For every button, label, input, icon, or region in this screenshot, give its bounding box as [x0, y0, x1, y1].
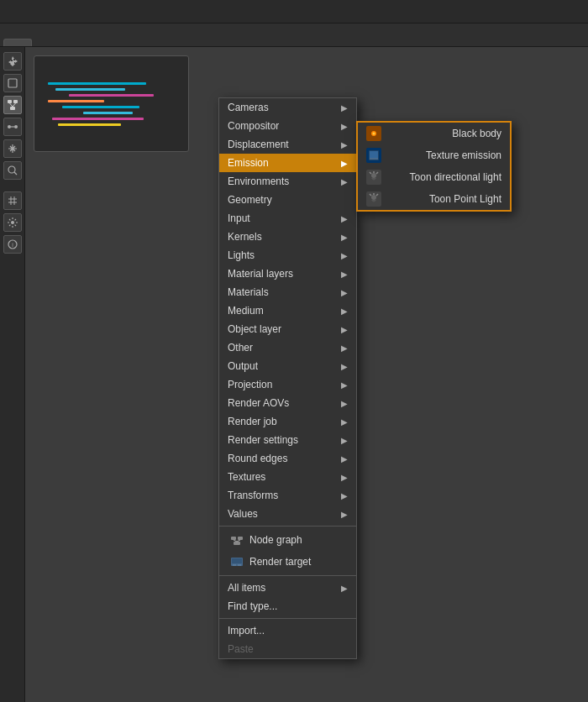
- menu-item-label: Other: [228, 342, 253, 354]
- menu-item-values[interactable]: Values▶: [219, 505, 356, 523]
- submenu-arrow-icon: ▶: [341, 233, 348, 242]
- menu-item-kernels[interactable]: Kernels▶: [219, 228, 356, 246]
- submenu-item-icon: [366, 148, 381, 163]
- left-toolbar: i: [0, 47, 25, 702]
- menu-item-render-job[interactable]: Render job▶: [219, 412, 356, 431]
- node-line: [52, 118, 144, 120]
- menu-item-icon: [228, 554, 246, 569]
- submenu-item-icon: [366, 126, 381, 141]
- menu-item-textures[interactable]: Textures▶: [219, 468, 356, 486]
- menu-item-label: Find type...: [228, 600, 277, 612]
- svg-rect-31: [370, 151, 378, 158]
- menu-item-input[interactable]: Input▶: [219, 209, 356, 228]
- menu-item-compositor[interactable]: Compositor▶: [219, 117, 356, 135]
- menu-item-label: Cameras: [228, 102, 269, 113]
- submenu-item-texture-emission[interactable]: Texture emission: [358, 144, 510, 166]
- submenu-arrow-icon: ▶: [341, 473, 348, 482]
- submenu-arrow-icon: ▶: [341, 306, 348, 316]
- svg-rect-3: [10, 107, 15, 110]
- svg-point-7: [14, 125, 18, 128]
- tool-connect[interactable]: [3, 118, 22, 136]
- submenu-item-toon-point-light[interactable]: Toon Point Light: [358, 188, 510, 210]
- tool-grid[interactable]: [3, 191, 22, 210]
- submenu-arrow-icon: ▶: [341, 251, 348, 260]
- menu-item-output[interactable]: Output▶: [219, 357, 356, 375]
- tool-zoom[interactable]: [3, 161, 22, 180]
- svg-line-5: [13, 103, 16, 107]
- submenu-item-label: Toon directional light: [410, 171, 501, 183]
- node-line: [62, 106, 139, 108]
- tool-node[interactable]: [3, 96, 22, 114]
- menu-item-label: Emission: [228, 157, 269, 169]
- main-area: i Cameras▶Compositor▶Displacement▶Emissi…: [0, 47, 588, 702]
- tool-move[interactable]: [3, 52, 22, 71]
- tool-pan[interactable]: [3, 139, 22, 158]
- menu-item-round-edges[interactable]: Round edges▶: [219, 449, 356, 468]
- tab-bar: [0, 24, 588, 47]
- submenu-item-black-body[interactable]: Black body: [358, 123, 510, 144]
- menu-item-label: Object layer: [228, 323, 281, 335]
- menu-item-render-target[interactable]: Render target: [219, 551, 356, 573]
- menu-item-label: Render job: [228, 416, 277, 427]
- menu-item-paste: Paste: [219, 640, 356, 658]
- menu-item-geometry[interactable]: Geometry: [219, 191, 356, 209]
- svg-point-29: [373, 133, 375, 135]
- menu-item-label: Compositor: [228, 120, 279, 132]
- scene-tab[interactable]: [3, 39, 32, 46]
- menu-item-label: Projection: [228, 379, 272, 390]
- submenu-arrow-icon: ▶: [341, 454, 348, 464]
- submenu-arrow-icon: ▶: [341, 325, 348, 334]
- menu-item-label: Medium: [228, 305, 264, 317]
- menu-item-materials[interactable]: Materials▶: [219, 283, 356, 301]
- submenu-arrow-icon: ▶: [341, 122, 348, 131]
- menu-item-object-layer[interactable]: Object layer▶: [219, 320, 356, 338]
- menu-item-emission[interactable]: Emission▶: [219, 154, 356, 172]
- menu-item-label: Transforms: [228, 490, 278, 501]
- menu-item-label: Round edges: [228, 453, 287, 464]
- menu-item-other[interactable]: Other▶: [219, 338, 356, 357]
- tool-info[interactable]: i: [3, 235, 22, 254]
- menu-item-material-layers[interactable]: Material layers▶: [219, 265, 356, 283]
- svg-rect-18: [231, 537, 236, 540]
- submenu-emission: Black bodyTexture emissionToon direction…: [356, 121, 512, 212]
- submenu-arrow-icon: ▶: [341, 288, 348, 297]
- menu-item-import-[interactable]: Import...: [219, 621, 356, 640]
- submenu-arrow-icon: ▶: [341, 270, 348, 279]
- tool-settings[interactable]: [3, 213, 22, 232]
- submenu-arrow-icon: ▶: [341, 584, 348, 593]
- menu-item-label: Values: [228, 508, 258, 520]
- submenu-item-icon: [366, 170, 381, 185]
- menu-item-render-settings[interactable]: Render settings▶: [219, 431, 356, 449]
- svg-rect-19: [238, 537, 243, 540]
- title-bar: [0, 0, 588, 24]
- menu-item-label: Environments: [228, 176, 289, 187]
- submenu-arrow-icon: ▶: [341, 436, 348, 445]
- menu-item-displacement[interactable]: Displacement▶: [219, 135, 356, 154]
- node-line: [48, 100, 104, 102]
- submenu-item-toon-directional-light[interactable]: Toon directional light: [358, 166, 510, 188]
- menu-item-lights[interactable]: Lights▶: [219, 246, 356, 265]
- menu-item-label: Render AOVs: [228, 397, 289, 409]
- node-preview: [34, 55, 189, 152]
- menu-item-label: Import...: [228, 625, 265, 637]
- menu-item-medium[interactable]: Medium▶: [219, 301, 356, 320]
- context-menu: Cameras▶Compositor▶Displacement▶Emission…: [218, 97, 357, 659]
- node-line: [58, 123, 121, 126]
- menu-item-label: Kernels: [228, 231, 262, 243]
- menu-item-render-aovs[interactable]: Render AOVs▶: [219, 394, 356, 412]
- menu-item-icon: [228, 532, 246, 547]
- menu-item-label: All items: [228, 582, 265, 594]
- svg-line-40: [370, 194, 371, 196]
- menu-item-find-type-[interactable]: Find type...: [219, 597, 356, 616]
- menu-item-cameras[interactable]: Cameras▶: [219, 98, 356, 117]
- menu-item-node-graph[interactable]: Node graph: [219, 529, 356, 551]
- menu-item-label: Node graph: [249, 534, 302, 546]
- menu-item-projection[interactable]: Projection▶: [219, 375, 356, 394]
- tool-select[interactable]: [3, 74, 22, 92]
- menu-item-all-items[interactable]: All items▶: [219, 579, 356, 597]
- menu-item-label: Paste: [228, 643, 254, 655]
- submenu-arrow-icon: ▶: [341, 140, 348, 149]
- canvas-area: Cameras▶Compositor▶Displacement▶Emission…: [25, 47, 588, 702]
- menu-item-transforms[interactable]: Transforms▶: [219, 486, 356, 505]
- menu-item-environments[interactable]: Environments▶: [219, 172, 356, 191]
